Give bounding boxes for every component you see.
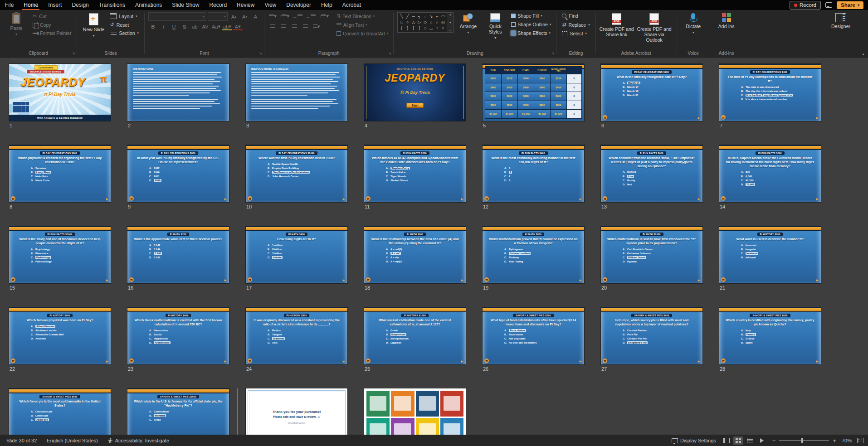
comments-icon[interactable] xyxy=(825,2,832,8)
slide-thumbnail-1[interactable]: CustomizableMULTIPLE CHOICE EDITIONJEOPA… xyxy=(9,64,111,121)
paste-button[interactable]: Paste ▾ xyxy=(4,12,29,36)
zoom-slider-thumb[interactable] xyxy=(801,438,803,443)
arrange-button[interactable]: Arrange ▾ xyxy=(455,12,481,34)
quick-styles-button[interactable]: Quick Styles ▾ xyxy=(483,12,508,40)
shape-icon[interactable]: ┐ xyxy=(416,13,422,19)
zoom-level[interactable]: 70% xyxy=(842,438,852,443)
ribbon-tab-slide-show[interactable]: Slide Show xyxy=(167,0,204,10)
increase-font-size-button[interactable]: A▴ xyxy=(229,13,239,20)
shape-icon[interactable]: ◡ xyxy=(428,25,434,31)
slide-thumbnail-26[interactable]: SAVORY & SWEET PIES $200What type of foo… xyxy=(483,307,584,364)
dialog-launcher-icon[interactable]: ↘ xyxy=(389,51,392,55)
shape-icon[interactable]: ╱ xyxy=(405,13,410,19)
reading-view-button[interactable] xyxy=(745,436,755,445)
slide-thumbnail-18[interactable]: PI MATH $600What is the relationship bet… xyxy=(364,226,466,283)
columns-button[interactable]: ▾ xyxy=(312,23,321,30)
ribbon-tab-view[interactable]: View xyxy=(259,0,281,10)
slide-thumbnail-16[interactable]: PI MATH $200What is the approximate valu… xyxy=(127,226,229,283)
dialog-launcher-icon[interactable]: ↘ xyxy=(72,51,75,55)
slide-thumbnail-12[interactable]: PI FUN FACTS $400What is the most common… xyxy=(483,145,584,202)
slide-thumbnail-2[interactable]: INSTRUCTIONS xyxy=(127,64,229,121)
shape-icon[interactable]: ↘ xyxy=(428,13,434,19)
ribbon-tab-insert[interactable]: Insert xyxy=(43,0,67,10)
zoom-out-button[interactable]: − xyxy=(772,437,776,444)
dialog-launcher-icon[interactable]: ↘ xyxy=(259,51,262,55)
shape-outline-button[interactable]: Shape Outline▾ xyxy=(510,21,552,28)
slide-thumbnail-23[interactable]: PI HISTORY $600Which Greek mathematician… xyxy=(127,307,229,364)
text-direction-button[interactable]: ⇅Text Direction▾ xyxy=(335,12,390,20)
align-text-button[interactable]: Align Text▾ xyxy=(335,21,390,29)
section-button[interactable]: Section▾ xyxy=(108,29,141,37)
slide-thumbnail-10[interactable]: PI DAY CELEBRATIONS $1000Where was the f… xyxy=(246,145,347,202)
shape-icon[interactable]: ◇ xyxy=(422,19,428,25)
slide-thumbnail-14[interactable]: PI FUN FACTS $800In 2015, Rajveer Meena … xyxy=(719,145,821,202)
shape-icon[interactable]: □ xyxy=(399,19,405,25)
slide-thumbnail-31[interactable]: Thank you for your purchase!Please rate … xyxy=(246,388,347,435)
shape-effects-button[interactable]: Shape Effects▾ xyxy=(510,29,552,37)
dictate-button[interactable]: Dictate ▾ xyxy=(681,12,706,34)
shape-icon[interactable]: + xyxy=(434,25,440,31)
align-right-button[interactable] xyxy=(290,23,299,30)
highlight-color-button[interactable]: ab▾ xyxy=(222,23,232,30)
shape-icon[interactable]: ∩ xyxy=(422,25,428,31)
find-button[interactable]: Find xyxy=(560,12,591,19)
shape-icon[interactable]: ○ xyxy=(405,19,410,25)
shape-fill-button[interactable]: Shape Fill▾ xyxy=(510,12,552,19)
slide-thumbnail-25[interactable]: PI HISTORY $1000What ancient civilizatio… xyxy=(364,307,466,364)
convert-smartart-button[interactable]: Convert to SmartArt▾ xyxy=(335,30,390,37)
reset-button[interactable]: ↺Reset xyxy=(108,21,141,29)
accessibility-status[interactable]: Accessibility: Investigate xyxy=(108,438,169,444)
shape-icon[interactable]: ] xyxy=(416,25,422,31)
slide-thumbnail-4[interactable]: MULTIPLE CHOICE EDITIONJEOPARDYπ Pi Day … xyxy=(364,64,466,121)
decrease-indent-button[interactable]: ← xyxy=(292,12,303,20)
format-painter-button[interactable]: Format Painter xyxy=(31,29,73,37)
dialog-launcher-icon[interactable]: ↘ xyxy=(551,51,555,55)
display-settings-button[interactable]: Display Settings xyxy=(672,438,716,443)
align-left-button[interactable] xyxy=(268,23,278,30)
decrease-font-size-button[interactable]: A▾ xyxy=(240,13,249,20)
text-shadow-button[interactable]: S xyxy=(180,23,189,30)
slide-thumbnail-21[interactable]: PI HISTORY $200What word is used to desc… xyxy=(719,226,821,283)
change-case-button[interactable]: Aa▾ xyxy=(211,23,221,30)
shape-icon[interactable]: ▷ xyxy=(416,19,422,25)
ribbon-tab-animations[interactable]: Animations xyxy=(130,0,167,10)
shapes-gallery-scrollbar[interactable]: ▴▾≡ xyxy=(447,12,454,33)
slide-thumbnail-19[interactable]: PI MATH $800Which mathematician proved t… xyxy=(483,226,584,283)
font-size-combo[interactable]: ▾ xyxy=(208,12,228,21)
designer-button[interactable]: Designer xyxy=(828,12,853,29)
share-button[interactable]: Share ▾ xyxy=(837,1,863,9)
slide-thumbnail-8[interactable]: PI DAY CELEBRATIONS $600Which physicist … xyxy=(9,145,111,202)
shape-icon[interactable]: ☆ xyxy=(434,19,440,25)
slide-thumbnail-20[interactable]: PI MATH $1000Which mathematician is said… xyxy=(601,226,702,283)
shape-icon[interactable]: ◎ xyxy=(440,19,446,25)
shape-icon[interactable]: } xyxy=(405,25,410,31)
fit-to-window-icon[interactable] xyxy=(857,438,863,443)
replace-button[interactable]: ⇄Replace▾ xyxy=(560,21,591,29)
shape-icon[interactable]: ↔ xyxy=(422,13,428,19)
copy-button[interactable]: Copy xyxy=(31,21,73,29)
character-spacing-button[interactable]: AV xyxy=(200,23,210,30)
ribbon-tab-home[interactable]: Home xyxy=(19,0,43,10)
font-name-combo[interactable]: ▾ xyxy=(148,12,206,21)
slide-thumbnail-5[interactable]: PI DAYPI FUN FACTSPI MATHPI HISTORYSAVOR… xyxy=(483,64,584,121)
slide-sorter-canvas[interactable]: CustomizableMULTIPLE CHOICE EDITIONJEOPA… xyxy=(0,58,868,435)
slide-thumbnail-30[interactable]: SAVORY & SWEET PIES $1000Which state in … xyxy=(127,388,229,435)
slide-thumbnail-7[interactable]: PI DAY CELEBRATIONS $400The date of Pi D… xyxy=(719,64,821,121)
collapse-ribbon-icon[interactable]: ▴ xyxy=(862,52,864,56)
normal-view-button[interactable] xyxy=(722,436,731,445)
clear-formatting-button[interactable]: A xyxy=(251,13,260,20)
slide-thumbnail-6[interactable]: PI DAY CELEBRATIONS $200What is the offi… xyxy=(601,64,702,121)
shape-icon[interactable]: ╲ xyxy=(399,13,405,19)
new-slide-button[interactable]: New Slide ▾ xyxy=(81,12,106,38)
ribbon-tab-design[interactable]: Design xyxy=(67,0,93,10)
strikethrough-button[interactable]: ab xyxy=(190,23,200,30)
slide-thumbnail-27[interactable]: SAVORY & SWEET PIES $400In Europe, which… xyxy=(601,307,702,364)
slide-thumbnail-15[interactable]: PI FUN FACTS $1000What is the study and … xyxy=(9,226,111,283)
slide-thumbnail-32[interactable] xyxy=(364,388,466,435)
shape-icon[interactable]: [ xyxy=(410,25,416,31)
create-pdf-share-outlook-button[interactable]: Create PDF and Share via Outlook xyxy=(636,12,673,43)
ribbon-tab-developer[interactable]: Developer xyxy=(281,0,316,10)
increase-indent-button[interactable]: → xyxy=(305,12,317,20)
font-color-button[interactable]: A▾ xyxy=(233,23,243,30)
shape-icon[interactable]: ◠ xyxy=(440,13,446,19)
